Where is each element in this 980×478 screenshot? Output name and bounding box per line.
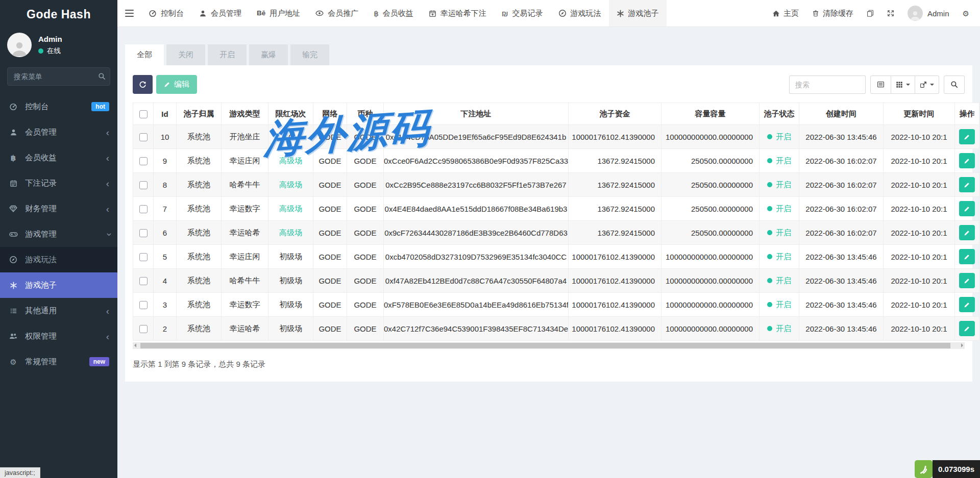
- cell-funds: 13672.92415000: [569, 197, 662, 221]
- trash-icon: [812, 10, 819, 17]
- filter-tab-4[interactable]: 输完: [290, 44, 329, 65]
- sidebar-item-general[interactable]: ⚙常规管理new: [0, 349, 117, 374]
- sidebar-item-game-management[interactable]: 游戏管理‹: [0, 221, 117, 247]
- edit-row-button[interactable]: [959, 321, 975, 336]
- nav-tab-console[interactable]: 控制台: [141, 0, 191, 27]
- export-button[interactable]: [915, 76, 939, 94]
- person-icon: [11, 40, 28, 57]
- edit-row-button[interactable]: [959, 129, 975, 144]
- select-all-checkbox[interactable]: [139, 110, 148, 118]
- filter-tab-3[interactable]: 赢爆: [249, 44, 288, 65]
- scrollbar-thumb[interactable]: [140, 343, 950, 348]
- edit-row-button[interactable]: [959, 297, 975, 312]
- status-badge: 开启: [776, 276, 791, 285]
- sidebar-item-bet-records[interactable]: 下注记录‹: [0, 170, 117, 196]
- sidebar-item-members[interactable]: 会员管理‹: [0, 119, 117, 145]
- edit-row-button[interactable]: [959, 177, 975, 192]
- cogs-icon: ⚙: [8, 358, 18, 366]
- sidebar-item-permissions[interactable]: 权限管理‹: [0, 323, 117, 349]
- scroll-left-arrow-icon[interactable]: [134, 343, 136, 347]
- clear-cache-link[interactable]: 清除缓存: [805, 0, 860, 27]
- detail-view-button[interactable]: [870, 76, 891, 94]
- copy-icon: [867, 10, 874, 17]
- person-icon: [910, 10, 921, 21]
- edit-row-button[interactable]: [959, 273, 975, 288]
- hamburger-menu-button[interactable]: [117, 0, 141, 27]
- cell-created: 2022-06-30 16:02:07: [799, 197, 884, 221]
- sidebar-item-finance[interactable]: 财务管理‹: [0, 196, 117, 221]
- filter-tab-2[interactable]: 开启: [208, 44, 247, 65]
- nav-tab-lucky-hash-bet[interactable]: 幸运哈希下注: [421, 0, 494, 27]
- filter-tab-0[interactable]: 全部: [125, 44, 164, 65]
- row-checkbox[interactable]: [139, 181, 148, 189]
- column-header: 游戏类型: [222, 103, 268, 125]
- row-checkbox[interactable]: [139, 301, 148, 309]
- cell-owner: 系统池: [177, 125, 222, 149]
- search-button[interactable]: [944, 76, 965, 94]
- column-header: 创建时间: [799, 103, 884, 125]
- edit-button[interactable]: 编辑: [156, 75, 197, 94]
- cell-network: GODE: [313, 293, 347, 317]
- sidebar-item-game-pool[interactable]: 游戏池子: [0, 272, 117, 298]
- table-search-input[interactable]: [789, 76, 866, 94]
- refresh-button[interactable]: [133, 75, 153, 94]
- brand-title: Gode Hash: [0, 0, 117, 29]
- debug-loadtime-bar[interactable]: 0.073099s: [915, 460, 980, 478]
- home-link[interactable]: 主页: [766, 0, 805, 27]
- row-checkbox[interactable]: [139, 229, 148, 237]
- nav-tab-game-play[interactable]: 游戏玩法: [551, 0, 609, 27]
- nav-tab-user-address[interactable]: Bē用户地址: [249, 0, 308, 27]
- horizontal-scrollbar[interactable]: [133, 342, 965, 349]
- table-row: 10系统池开池坐庄0GODEGODE0xe154eD75A05DDe19Ef65…: [133, 125, 979, 149]
- cell-id: 10: [154, 125, 177, 149]
- settings-gear-icon[interactable]: ⚙: [956, 0, 976, 27]
- row-checkbox[interactable]: [139, 133, 148, 141]
- gem-icon: [8, 205, 18, 213]
- loadtime-value: 0.073099s: [933, 460, 980, 478]
- nav-tab-member-earnings[interactable]: ฿会员收益: [366, 0, 421, 27]
- cell-actions: [955, 317, 979, 341]
- row-checkbox[interactable]: [139, 277, 148, 285]
- row-checkbox[interactable]: [139, 205, 148, 213]
- copy-page-button[interactable]: [860, 0, 880, 27]
- cell-status: 开启: [760, 149, 799, 173]
- cell-actions: [955, 125, 979, 149]
- nav-tab-member-promo[interactable]: 会员推广: [308, 0, 366, 27]
- cell-network: GODE: [313, 197, 347, 221]
- fullscreen-button[interactable]: [880, 0, 901, 27]
- edit-row-button[interactable]: [959, 201, 975, 216]
- scroll-right-arrow-icon[interactable]: [961, 343, 963, 347]
- sidebar-item-console[interactable]: 控制台hot: [0, 94, 117, 119]
- sidebar-item-game-play[interactable]: 游戏玩法: [0, 247, 117, 272]
- row-checkbox[interactable]: [139, 325, 148, 333]
- cell-funds: 10000176102.41390000: [569, 269, 662, 293]
- calendar-icon: [8, 180, 18, 187]
- cell-level: 高级场: [268, 221, 313, 245]
- cell-updated: 2022-10-10 20:1: [884, 173, 955, 197]
- user-menu[interactable]: Admin: [901, 0, 956, 27]
- cell-game_type: 幸运数字: [222, 197, 268, 221]
- row-checkbox[interactable]: [139, 157, 148, 165]
- cell-funds: 10000176102.41390000: [569, 317, 662, 341]
- columns-button[interactable]: [891, 76, 915, 94]
- clear-cache-label: 清除缓存: [823, 9, 853, 18]
- cell-game_type: 幸运哈希: [222, 221, 268, 245]
- edit-row-button[interactable]: [959, 225, 975, 240]
- sidebar-item-member-earnings[interactable]: ฿会员收益‹: [0, 145, 117, 170]
- filter-tab-1[interactable]: 关闭: [166, 44, 205, 65]
- detail-view-icon: [877, 81, 885, 88]
- nav-tab-game-pool[interactable]: 游戏池子: [609, 0, 667, 27]
- avatar: [908, 6, 923, 21]
- cell-address: 0xCc2B95Ce888e23197cc6B8032F5Ff1e573B7e2…: [384, 173, 569, 197]
- row-checkbox[interactable]: [139, 253, 148, 261]
- cell-owner: 系统池: [177, 269, 222, 293]
- sidebar-item-other-common[interactable]: 其他通用‹: [0, 298, 117, 323]
- edit-row-button[interactable]: [959, 249, 975, 264]
- sidebar-search-input[interactable]: [7, 67, 110, 86]
- nav-tab-members[interactable]: 会员管理: [191, 0, 249, 27]
- edit-row-button[interactable]: [959, 153, 975, 168]
- nav-tab-trade-records[interactable]: ₪交易记录: [494, 0, 551, 27]
- cell-funds: 13672.92415000: [569, 173, 662, 197]
- status-dot: [767, 302, 772, 307]
- caret-down-icon: [906, 84, 910, 88]
